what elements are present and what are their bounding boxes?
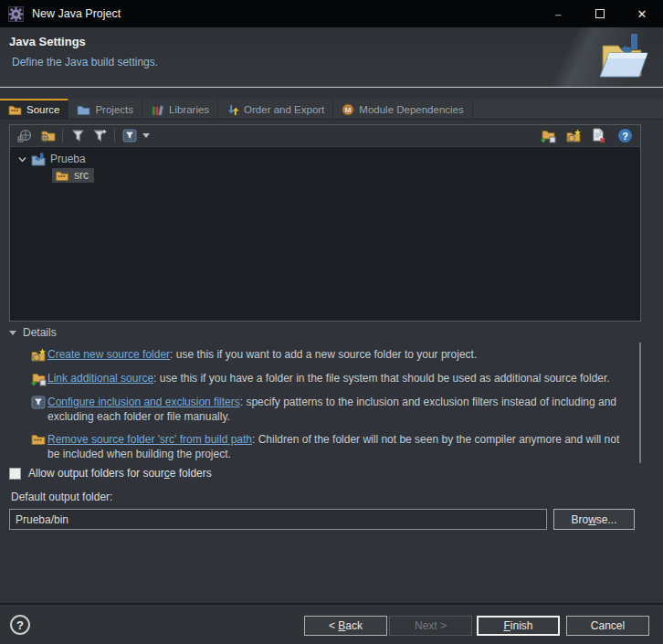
minimize-icon: – <box>554 7 561 21</box>
allow-output-folders-checkbox[interactable] <box>9 468 21 480</box>
source-folder-icon <box>55 170 69 182</box>
tab-source[interactable]: Source <box>0 99 68 119</box>
detail-text: Remove source folder 'src' from build pa… <box>47 432 648 461</box>
configure-filters-link[interactable]: Configure inclusion and exclusion filter… <box>47 396 240 408</box>
minimize-button[interactable]: – <box>537 0 579 27</box>
source-folders-panel: ? Prueba <box>9 124 641 322</box>
details-scrollbar[interactable] <box>639 343 641 463</box>
details-section: Details Create new source folder: use th… <box>9 326 648 461</box>
toggle-package-view-button[interactable] <box>15 127 37 145</box>
detail-item-remove-source-folder: Remove source folder 'src' from build pa… <box>29 432 648 461</box>
tab-label: Order and Export <box>244 104 324 115</box>
toolbar-right-group: ? <box>537 127 636 145</box>
package-folder-icon <box>39 129 56 143</box>
new-package-folder-button[interactable] <box>563 127 584 145</box>
title-bar: New Java Project – ✕ <box>0 0 663 27</box>
details-header[interactable]: Details <box>9 326 648 339</box>
window-controls: – ✕ <box>537 0 663 27</box>
create-source-folder-link[interactable]: Create new source folder <box>47 348 170 361</box>
cancel-button[interactable]: Cancel <box>566 616 649 636</box>
maximize-icon <box>595 9 605 18</box>
detail-item-configure-filters: Configure inclusion and exclusion filter… <box>29 395 648 424</box>
package-grid-disabled-icon <box>17 129 34 143</box>
close-button[interactable]: ✕ <box>621 0 663 27</box>
detail-description: : use this if you want to add a new sour… <box>170 348 477 361</box>
collapse-twistie-icon[interactable] <box>9 331 16 335</box>
tabbar-filler <box>473 99 663 119</box>
filter-button[interactable] <box>67 127 89 145</box>
tree-item-label: src <box>74 169 89 182</box>
tree-item-src[interactable]: src <box>10 167 640 184</box>
window-title: New Java Project <box>32 7 121 20</box>
filter-box-icon <box>122 129 137 143</box>
source-folder-tree: Prueba src <box>10 147 640 184</box>
question-mark-icon: ? <box>16 618 24 632</box>
new-java-project-dialog: New Java Project – ✕ Java Settings Defin… <box>0 0 663 644</box>
tab-label: Module Dependencies <box>359 104 463 115</box>
folder-plus-icon <box>540 129 556 143</box>
finish-button[interactable]: Finish <box>477 616 560 636</box>
package-folder-icon <box>29 433 47 446</box>
add-filter-button[interactable] <box>89 127 110 145</box>
button-bar: ? < Back Next > Finish Cancel <box>0 603 663 644</box>
dropdown-caret-icon[interactable] <box>142 133 150 138</box>
tab-libraries[interactable]: Libraries <box>142 99 218 119</box>
selected-tree-item[interactable]: src <box>52 168 94 183</box>
tab-label: Libraries <box>169 104 209 115</box>
back-button[interactable]: < Back <box>304 616 387 636</box>
folder-star-icon <box>29 348 47 363</box>
detail-text: Configure inclusion and exclusion filter… <box>47 395 648 424</box>
add-source-folder-button[interactable] <box>537 127 559 145</box>
folder-star-icon <box>565 129 582 143</box>
detail-description: : use this if you have a folder in the f… <box>153 372 610 385</box>
help-button[interactable]: ? <box>10 615 30 635</box>
source-folder-icon <box>8 104 22 116</box>
detail-text: Create new source folder: use this if yo… <box>47 347 491 362</box>
help-icon: ? <box>617 128 633 143</box>
source-folder-view-button[interactable] <box>37 127 58 145</box>
tab-projects[interactable]: Projects <box>68 99 142 119</box>
eclipse-wizard-icon <box>8 6 24 22</box>
tab-label: Source <box>26 104 59 115</box>
default-output-folder-label: Default output folder: <box>11 491 112 503</box>
folder-link-plus-icon <box>29 372 47 386</box>
detail-item-link-source: Link additional source: use this if you … <box>29 371 648 386</box>
filter-menu-button[interactable] <box>119 127 141 145</box>
maximize-button[interactable] <box>579 0 621 27</box>
tree-item-project[interactable]: Prueba <box>10 151 640 167</box>
svg-text:M: M <box>345 106 352 114</box>
edit-filters-button[interactable] <box>588 127 610 145</box>
details-title: Details <box>23 326 57 339</box>
toolbar-separator <box>114 129 115 143</box>
libraries-books-icon <box>151 104 164 116</box>
detail-text: Link additional source: use this if you … <box>47 371 625 385</box>
order-export-arrows-icon <box>226 104 239 116</box>
default-output-folder-input[interactable] <box>9 509 547 530</box>
document-remove-icon <box>592 128 606 143</box>
tree-item-label: Prueba <box>50 153 86 165</box>
source-toolbar: ? <box>10 125 640 147</box>
java-settings-folder-icon <box>596 31 651 84</box>
filter-funnel-icon <box>71 129 85 143</box>
link-additional-source-link[interactable]: Link additional source <box>47 372 153 385</box>
svg-text:?: ? <box>622 131 628 142</box>
context-help-button[interactable]: ? <box>614 127 636 145</box>
next-button[interactable]: Next > <box>389 616 472 636</box>
toolbar-separator <box>62 129 63 143</box>
tab-order-and-export[interactable]: Order and Export <box>218 99 333 119</box>
page-title: Java Settings <box>9 35 86 48</box>
allow-output-folders-row: Allow output folders for source folders <box>9 467 212 480</box>
tab-module-dependencies[interactable]: M Module Dependencies <box>333 99 472 119</box>
remove-source-folder-link[interactable]: Remove source folder 'src' from build pa… <box>47 433 252 446</box>
module-icon: M <box>342 103 354 116</box>
allow-output-folders-label: Allow output folders for source folders <box>28 467 212 480</box>
page-description: Define the Java build settings. <box>12 56 158 69</box>
settings-tabbar: Source Projects Libraries Order and Expo… <box>0 99 663 120</box>
detail-item-create-source-folder: Create new source folder: use this if yo… <box>29 347 648 363</box>
projects-folder-icon <box>77 104 90 116</box>
browse-button[interactable]: Browse... <box>553 509 635 530</box>
close-icon: ✕ <box>637 7 647 21</box>
java-project-icon <box>31 153 47 166</box>
tab-label: Projects <box>95 104 133 115</box>
tree-expander-icon[interactable] <box>17 154 27 164</box>
